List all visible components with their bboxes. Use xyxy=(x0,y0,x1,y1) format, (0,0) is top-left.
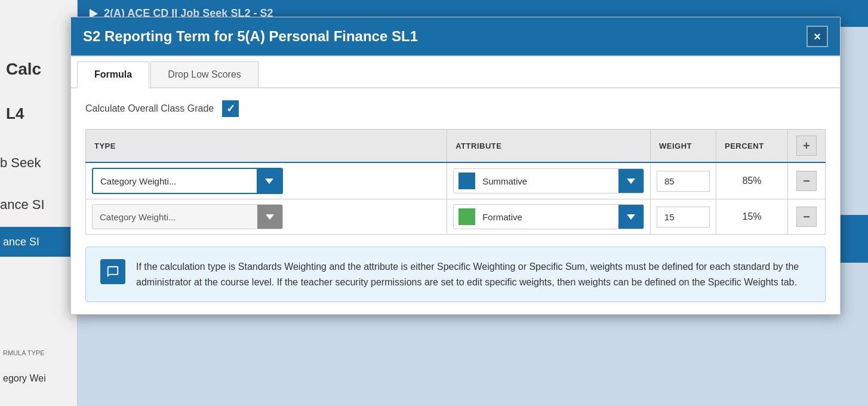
calc-label: Calculate Overall Class Grade xyxy=(85,103,214,114)
chevron-down-icon xyxy=(627,179,635,184)
col-weight: WEIGHT xyxy=(651,130,716,163)
color-swatch-green xyxy=(458,208,475,225)
modal-body: Formula Drop Low Scores Calculate Overal… xyxy=(71,56,840,314)
tab-formula[interactable]: Formula xyxy=(77,61,149,88)
info-box: If the calculation type is Standards Wei… xyxy=(85,247,826,302)
calc-overall-row: Calculate Overall Class Grade xyxy=(85,100,826,117)
attribute-cell-2: Formative xyxy=(447,199,651,235)
type-dropdown-1-arrow[interactable] xyxy=(257,169,282,193)
type-cell-2: Category Weighti... xyxy=(86,199,447,235)
table-row: Category Weighti... Summative xyxy=(86,162,826,199)
modal: S2 Reporting Term for 5(A) Personal Fina… xyxy=(70,17,841,315)
weight-cell-1 xyxy=(651,162,716,199)
bg-left-l4: L4 xyxy=(6,104,24,123)
remove-row-1-button[interactable]: − xyxy=(796,171,817,191)
bg-left-title: Calc xyxy=(6,60,41,79)
attribute-dropdown-1-arrow[interactable] xyxy=(618,169,644,193)
grade-table: TYPE ATTRIBUTE WEIGHT PERCENT + xyxy=(85,129,826,235)
type-dropdown-2-text: Category Weighti... xyxy=(93,207,257,227)
info-text: If the calculation type is Standards Wei… xyxy=(136,259,811,290)
col-type: TYPE xyxy=(86,130,447,163)
right-bar xyxy=(838,215,868,263)
add-row-button[interactable]: + xyxy=(796,136,817,156)
chevron-down-icon xyxy=(266,214,274,220)
attribute-dropdown-2-text: Formative xyxy=(480,207,618,227)
calc-overall-checkbox[interactable] xyxy=(222,100,239,117)
remove-cell-2: − xyxy=(788,199,826,235)
attribute-dropdown-2-arrow[interactable] xyxy=(618,205,644,229)
remove-cell-1: − xyxy=(788,162,826,199)
col-add: + xyxy=(788,130,826,163)
bg-left-seek: b Seek xyxy=(0,155,41,171)
weight-input-1[interactable] xyxy=(657,171,710,192)
tab-bar: Formula Drop Low Scores xyxy=(71,57,840,88)
weight-cell-2 xyxy=(651,199,716,235)
percent-cell-2: 15% xyxy=(716,199,788,235)
bg-left-ance: ance SI xyxy=(0,197,45,213)
color-swatch-blue xyxy=(458,173,475,189)
type-dropdown-2-arrow[interactable] xyxy=(257,205,282,229)
modal-header: S2 Reporting Term for 5(A) Personal Fina… xyxy=(71,17,840,56)
attribute-cell-1: Summative xyxy=(447,162,651,199)
bg-left-formula-type: RMULA TYPE xyxy=(0,346,48,359)
chevron-down-icon xyxy=(265,179,273,184)
tab-drop-low-scores[interactable]: Drop Low Scores xyxy=(150,61,258,87)
remove-row-2-button[interactable]: − xyxy=(796,207,817,227)
type-dropdown-1-text: Category Weighti... xyxy=(93,171,257,191)
attribute-dropdown-2[interactable]: Formative xyxy=(453,204,644,229)
attribute-dropdown-1[interactable]: Summative xyxy=(453,168,644,193)
percent-cell-1: 85% xyxy=(716,162,788,199)
bg-left-ance2: ance SI xyxy=(0,227,78,257)
modal-content: Calculate Overall Class Grade TYPE ATTRI… xyxy=(71,88,840,314)
col-percent: PERCENT xyxy=(716,130,788,163)
table-row: Category Weighti... Formative xyxy=(86,199,826,235)
col-attribute: ATTRIBUTE xyxy=(447,130,651,163)
type-cell-1: Category Weighti... xyxy=(86,162,447,199)
chat-bubble-icon xyxy=(100,259,125,284)
modal-title: S2 Reporting Term for 5(A) Personal Fina… xyxy=(83,28,418,45)
type-dropdown-1[interactable]: Category Weighti... xyxy=(92,168,283,194)
close-button[interactable]: × xyxy=(807,26,828,47)
chevron-down-icon xyxy=(627,214,635,220)
attribute-dropdown-1-text: Summative xyxy=(480,171,618,191)
bg-left-egory: egory Wei xyxy=(0,370,49,387)
type-dropdown-2[interactable]: Category Weighti... xyxy=(92,204,283,229)
weight-input-2[interactable] xyxy=(657,207,710,227)
